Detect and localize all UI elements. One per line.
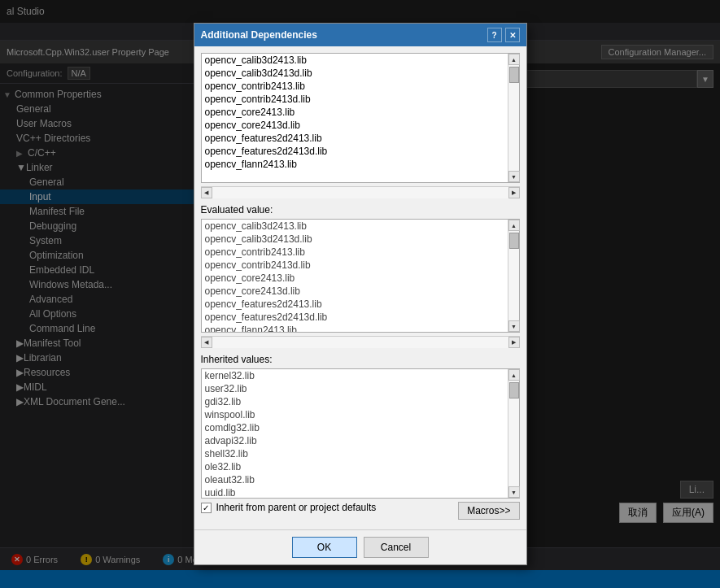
eval-listbox: opencv_calib3d2413.lib opencv_calib3d241… [202,220,508,332]
list-item: opencv_features2d2413d.lib [202,145,508,158]
checkbox-macros-row: Inherit from parent or project defaults … [201,502,520,520]
top-horiz-scrollbar[interactable]: ◀ ▶ [201,186,520,198]
list-item: opencv_core2413d.lib [202,119,508,132]
dialog-help-button[interactable]: ? [487,28,502,42]
eval-label: Evaluated value: [201,204,520,216]
dialog-titlebar-buttons: ? ✕ [487,28,520,42]
eval-list-item: opencv_flann2413.lib [202,324,508,332]
inherited-list-item: shell32.lib [202,447,508,460]
list-item: opencv_contrib2413.lib [202,80,508,93]
inherited-list-item: uuid.lib [202,486,508,498]
scroll-down-btn[interactable]: ▼ [508,171,520,182]
eval-horiz-scrollbar[interactable]: ◀ ▶ [201,336,520,347]
macros-button[interactable]: Macros>> [458,502,519,520]
eval-list-item: opencv_core2413.lib [202,272,508,285]
scroll-up-btn[interactable]: ▲ [508,54,520,65]
inherited-scroll-thumb[interactable] [509,382,519,399]
inherited-list-item: kernel32.lib [202,369,508,382]
eval-list-item: opencv_contrib2413.lib [202,246,508,259]
inherited-scroll-up-btn[interactable]: ▲ [508,369,520,381]
dialog-titlebar: Additional Dependencies ? ✕ [194,24,526,46]
eval-list-item: opencv_features2d2413d.lib [202,311,508,324]
eval-list-item: opencv_calib3d2413.lib [202,220,508,233]
list-item: opencv_calib3d2413d.lib [202,67,508,80]
inherit-checkbox-row: Inherit from parent or project defaults [201,502,377,513]
inherited-listbox: kernel32.lib user32.lib gdi32.lib winspo… [202,369,508,498]
top-listbox-wrapper: opencv_calib3d2413.lib opencv_calib3d241… [201,53,520,183]
horiz-scroll-track [212,187,508,198]
eval-scroll-up-btn[interactable]: ▲ [508,220,520,231]
inherited-list-item: winspool.lib [202,408,508,421]
eval-listbox-wrapper: opencv_calib3d2413.lib opencv_calib3d241… [201,219,520,333]
inherited-list-item: ole32.lib [202,460,508,473]
eval-horiz-right-btn[interactable]: ▶ [508,337,520,348]
eval-scroll-thumb[interactable] [509,233,519,249]
inherited-listbox-wrapper: kernel32.lib user32.lib gdi32.lib winspo… [201,368,520,499]
eval-listbox-scrollbar[interactable]: ▲ ▼ [508,220,519,332]
inherited-list-item: user32.lib [202,382,508,395]
horiz-scroll-right-btn[interactable]: ▶ [508,187,520,198]
eval-horiz-left-btn[interactable]: ◀ [201,337,212,348]
scroll-thumb[interactable] [509,67,519,83]
cancel-button[interactable]: Cancel [364,537,429,558]
list-item: opencv_features2d2413.lib [202,132,508,145]
ok-button[interactable]: OK [292,537,357,558]
list-item: opencv_flann2413.lib [202,158,508,171]
dialog-body: opencv_calib3d2413.lib opencv_calib3d241… [194,46,526,529]
eval-horiz-track [212,337,508,348]
inherited-label: Inherited values: [201,354,520,365]
inherit-checkbox-label: Inherit from parent or project defaults [216,502,377,513]
list-item: opencv_contrib2413d.lib [202,93,508,106]
list-item: opencv_calib3d2413.lib [202,54,508,67]
top-listbox-scrollbar[interactable]: ▲ ▼ [508,54,519,182]
inherited-list-item: oleaut32.lib [202,473,508,486]
eval-list-item: opencv_features2d2413.lib [202,298,508,311]
inherited-list-item: comdlg32.lib [202,421,508,434]
inherited-list-item: advapi32.lib [202,434,508,447]
eval-list-item: opencv_contrib2413d.lib [202,259,508,272]
dialog-footer: OK Cancel [194,529,526,564]
eval-scroll-down-btn[interactable]: ▼ [508,320,520,332]
eval-list-item: opencv_calib3d2413d.lib [202,233,508,246]
eval-list-item: opencv_core2413d.lib [202,285,508,298]
inherited-scroll-down-btn[interactable]: ▼ [508,486,520,498]
dialog-close-button[interactable]: ✕ [505,28,520,42]
top-listbox[interactable]: opencv_calib3d2413.lib opencv_calib3d241… [202,54,508,182]
dialog-overlay: Additional Dependencies ? ✕ opencv_calib… [0,0,720,588]
inherited-listbox-scrollbar[interactable]: ▲ ▼ [508,369,519,498]
dialog-title: Additional Dependencies [201,29,317,41]
inherit-checkbox[interactable] [201,503,212,513]
inherited-list-item: gdi32.lib [202,395,508,408]
additional-dependencies-dialog: Additional Dependencies ? ✕ opencv_calib… [194,23,527,565]
horiz-scroll-left-btn[interactable]: ◀ [201,187,212,198]
list-item: opencv_core2413.lib [202,106,508,119]
